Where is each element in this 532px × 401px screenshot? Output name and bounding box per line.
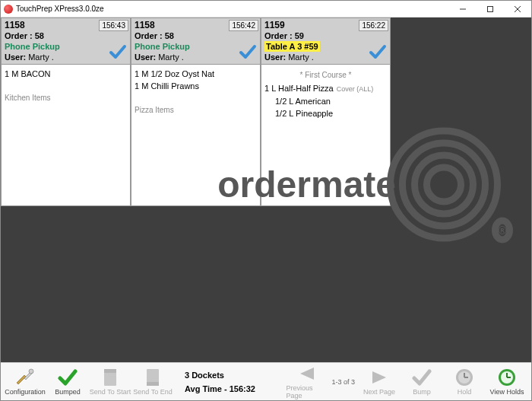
ticket-location: Table A 3 #59 [264,41,320,52]
hold-button[interactable]: Hold [443,364,486,399]
ticket-check-button[interactable] [239,43,257,61]
ticket-header: 1158Order : 58Phone PickupUser: Marty .1… [131,18,260,65]
docket-stage: ordermate ® 1158Order : 58Phone PickupUs… [1,18,531,362]
svg-point-4 [29,369,33,374]
ticket-timer: 156:43 [99,20,128,31]
avg-time: Avg Time - 156:32 [185,384,255,393]
arrow-left-icon [297,364,317,383]
bottom-toolbar: Configuration Bumped Send To Start Send … [1,362,531,400]
next-page-button[interactable]: Next Page [358,364,401,399]
bump-button[interactable]: Bump [401,364,443,399]
ticket-item: 1 L Half-Half PizzaCover (ALL) [264,82,387,95]
ticket-timer: 156:22 [359,20,388,31]
ticket-order: Order : 59 [264,30,387,41]
previous-page-button[interactable]: Previous Page [286,364,328,399]
ticket-sub-item: 1/2 L Pineapple [264,107,387,119]
ticket-location: Phone Pickup [5,42,60,51]
ticket-header: 1159Order : 59Table A 3 #59User: Marty .… [261,18,390,65]
check-green-icon [58,368,78,387]
send-to-start-button[interactable]: Send To Start [89,364,131,399]
configuration-button[interactable]: Configuration [4,364,46,399]
doc-start-icon [100,368,120,387]
close-icon [514,5,521,13]
ticket-body: 1 M BACONKitchen Items [2,65,130,205]
docket-count: 3 Dockets [185,371,255,380]
wrench-icon [15,368,35,387]
clock-grey-icon [454,368,474,387]
app-icon [4,5,13,14]
ticket-footer: Pizza Items [135,106,257,114]
ticket-body: * First Course *1 L Half-Half PizzaCover… [261,65,390,205]
ticket-order: Order : 58 [135,30,257,41]
maximize-button[interactable] [477,1,504,18]
ticket-location: Phone Pickup [135,42,190,51]
svg-rect-6 [104,369,116,373]
send-to-end-button[interactable]: Send To End [131,364,174,399]
ticket-check-button[interactable] [109,43,127,61]
ticket-timer: 156:42 [229,20,258,31]
page-indicator: 1-3 of 3 [328,378,358,386]
ticket-check-button[interactable] [369,43,387,61]
minimize-icon [459,5,467,13]
ticket-sub-item: 1/2 L American [264,95,387,107]
docket-ticket[interactable]: 1158Order : 58Phone PickupUser: Marty .1… [1,18,131,206]
docket-ticket[interactable]: 1159Order : 59Table A 3 #59User: Marty .… [261,18,391,206]
ticket-item: 1 M Chilli Prawns [135,80,257,92]
window-title: TouchPrep XPress3.0.0ze [16,5,449,13]
minimize-button[interactable] [449,1,477,18]
ticket-body: 1 M 1/2 Doz Oyst Nat1 M Chilli PrawnsPiz… [131,65,260,205]
check-grey-icon [412,368,432,387]
ticket-footer: Kitchen Items [5,94,127,102]
maximize-icon [486,5,494,13]
title-bar: TouchPrep XPress3.0.0ze [1,1,531,18]
ticket-item: 1 M BACON [5,68,127,80]
status-panel: 3 Dockets Avg Time - 156:32 [174,371,266,393]
doc-end-icon [143,368,163,387]
docket-ticket[interactable]: 1158Order : 58Phone PickupUser: Marty .1… [131,18,261,206]
svg-rect-1 [488,6,493,11]
course-label: * First Course * [264,71,387,79]
svg-rect-8 [147,382,159,386]
ticket-order: Order : 58 [5,30,127,41]
arrow-right-icon [369,368,389,387]
ticket-header: 1158Order : 58Phone PickupUser: Marty .1… [2,18,130,65]
view-holds-button[interactable]: View Holds [486,364,528,399]
bumped-button[interactable]: Bumped [46,364,89,399]
close-button[interactable] [504,1,531,18]
ticket-item: 1 M 1/2 Doz Oyst Nat [135,68,257,80]
clock-green-icon [497,368,517,387]
